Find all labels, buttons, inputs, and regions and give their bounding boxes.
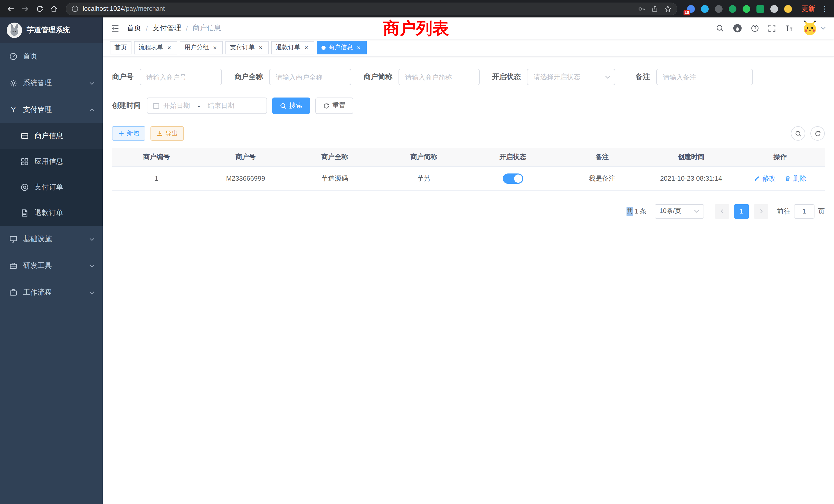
github-icon[interactable] bbox=[733, 24, 742, 33]
url-text[interactable]: localhost:1024/pay/merchant bbox=[83, 5, 165, 12]
chevron-up-icon bbox=[89, 108, 94, 112]
table-row: 1 M233666999 芋道源码 芋艿 我是备注 2021-10-23 08:… bbox=[112, 166, 825, 190]
extension-icon[interactable]: 10 bbox=[686, 4, 695, 13]
share-icon[interactable] bbox=[651, 5, 658, 12]
annotation-title: 商户列表 bbox=[383, 19, 449, 38]
close-icon[interactable]: × bbox=[166, 44, 173, 51]
sidebar-subitem-app-info[interactable]: 应用信息 bbox=[0, 149, 103, 175]
browser-home-button[interactable] bbox=[47, 2, 61, 16]
briefcase-icon bbox=[9, 289, 18, 297]
edit-button[interactable]: 修改 bbox=[754, 174, 776, 183]
sidebar-subitem-pay-order[interactable]: 支付订单 bbox=[0, 175, 103, 200]
close-icon[interactable]: × bbox=[303, 44, 310, 51]
help-icon[interactable] bbox=[751, 24, 759, 32]
tab-process-form[interactable]: 流程表单 × bbox=[134, 41, 177, 54]
gear-icon bbox=[9, 79, 18, 87]
extension-icon[interactable] bbox=[783, 4, 792, 13]
status-select[interactable]: 请选择开启状态 bbox=[527, 69, 615, 85]
extension-icon[interactable] bbox=[742, 4, 751, 13]
status-toggle[interactable] bbox=[503, 173, 523, 183]
browser-forward-button[interactable] bbox=[19, 2, 32, 16]
reset-button[interactable]: 重置 bbox=[315, 97, 353, 114]
extension-icon[interactable] bbox=[700, 4, 709, 13]
delete-button[interactable]: 删除 bbox=[785, 174, 806, 183]
search-button[interactable]: 搜索 bbox=[272, 97, 310, 114]
fullscreen-icon[interactable] bbox=[768, 24, 776, 32]
sidebar-item-home[interactable]: 首页 bbox=[0, 43, 103, 70]
range-separator: - bbox=[198, 102, 200, 110]
sidebar-item-workflow[interactable]: 工作流程 bbox=[0, 279, 103, 306]
sidebar-item-infrastructure[interactable]: 基础设施 bbox=[0, 226, 103, 253]
search-icon[interactable] bbox=[716, 24, 724, 32]
sidebar-item-system[interactable]: 系统管理 bbox=[0, 70, 103, 96]
url-bar[interactable]: localhost:1024/pay/merchant bbox=[66, 2, 677, 15]
back-arrow-icon bbox=[7, 5, 15, 13]
sidebar-toggle-icon[interactable] bbox=[111, 24, 120, 32]
download-icon bbox=[157, 130, 163, 137]
breadcrumb-separator: / bbox=[146, 24, 148, 32]
cell-merchant-id: 1 bbox=[112, 166, 201, 190]
filter-row-2: 创建时间 开始日期 - 结束日期 搜索 重置 bbox=[112, 97, 825, 114]
prev-page-button[interactable] bbox=[715, 204, 729, 219]
caret-down-icon bbox=[821, 27, 826, 30]
extension-icon[interactable] bbox=[755, 4, 765, 13]
extension-icon[interactable] bbox=[714, 4, 723, 13]
extension-icon[interactable] bbox=[769, 4, 778, 13]
chevron-right-icon bbox=[758, 208, 764, 214]
document-icon bbox=[21, 209, 29, 217]
breadcrumb-payment[interactable]: 支付管理 bbox=[153, 24, 181, 33]
table-column-header: 商户简称 bbox=[379, 148, 468, 166]
extension-icon[interactable] bbox=[728, 4, 737, 13]
tab-refund-order[interactable]: 退款订单 × bbox=[271, 41, 314, 54]
user-avatar[interactable] bbox=[802, 21, 826, 36]
bookmark-star-icon[interactable] bbox=[664, 5, 672, 13]
active-tab-dot bbox=[322, 45, 326, 49]
sidebar-item-devtools[interactable]: 研发工具 bbox=[0, 253, 103, 279]
add-button[interactable]: 新增 bbox=[112, 126, 145, 141]
filter-row-1: 商户号 商户全称 商户简称 开启状态 请选择开启状态 bbox=[112, 69, 825, 85]
browser-menu-icon[interactable]: ⋮ bbox=[821, 5, 829, 13]
page-number-button[interactable]: 1 bbox=[734, 204, 749, 219]
extensions-area: 10 bbox=[686, 4, 792, 13]
date-range-picker[interactable]: 开始日期 - 结束日期 bbox=[147, 97, 267, 114]
sidebar-subitem-label: 应用信息 bbox=[35, 157, 63, 166]
tab-label: 流程表单 bbox=[139, 43, 163, 52]
merchant-no-input[interactable] bbox=[140, 69, 222, 85]
close-icon[interactable]: × bbox=[257, 44, 264, 51]
app-logo[interactable]: 芋道管理系统 bbox=[0, 18, 103, 43]
remark-input[interactable] bbox=[656, 69, 753, 85]
browser-back-button[interactable] bbox=[4, 2, 18, 16]
tab-label: 首页 bbox=[114, 43, 127, 52]
tab-home[interactable]: 首页 bbox=[110, 41, 131, 54]
tab-merchant-info[interactable]: 商户信息 × bbox=[317, 41, 367, 54]
browser-update-button[interactable]: 更新 bbox=[802, 4, 815, 13]
page-size-value: 10条/页 bbox=[659, 207, 681, 215]
font-size-icon[interactable] bbox=[785, 24, 793, 32]
end-date-placeholder: 结束日期 bbox=[208, 101, 235, 110]
site-info-icon[interactable] bbox=[71, 5, 79, 12]
merchant-fullname-input[interactable] bbox=[269, 69, 351, 85]
rabbit-avatar bbox=[7, 23, 22, 38]
page-size-select[interactable]: 10条/页 bbox=[655, 204, 704, 219]
next-page-button[interactable] bbox=[754, 204, 768, 219]
sidebar-subitem-merchant-info[interactable]: 商户信息 bbox=[0, 123, 103, 149]
sidebar-subitem-refund-order[interactable]: 退款订单 bbox=[0, 200, 103, 226]
refresh-table-button[interactable] bbox=[810, 126, 825, 141]
breadcrumb-home[interactable]: 首页 bbox=[127, 24, 141, 33]
password-key-icon[interactable] bbox=[638, 5, 645, 13]
browser-reload-button[interactable] bbox=[33, 2, 46, 16]
toggle-search-button[interactable] bbox=[791, 126, 805, 141]
goto-page-input[interactable] bbox=[794, 204, 814, 219]
page-content: 商户号 商户全称 商户简称 开启状态 请选择开启状态 bbox=[103, 56, 834, 504]
tab-user-group[interactable]: 用户分组 × bbox=[180, 41, 223, 54]
close-icon[interactable]: × bbox=[212, 44, 218, 51]
forward-arrow-icon bbox=[21, 5, 29, 13]
export-button[interactable]: 导出 bbox=[151, 126, 184, 141]
tab-pay-order[interactable]: 支付订单 × bbox=[225, 41, 269, 54]
caret-down-icon bbox=[605, 75, 611, 79]
merchant-shortname-input[interactable] bbox=[398, 69, 480, 85]
field-label: 商户简称 bbox=[364, 72, 392, 82]
close-icon[interactable]: × bbox=[355, 44, 362, 51]
sidebar-item-payment[interactable]: ¥ 支付管理 bbox=[0, 96, 103, 123]
sidebar-item-label: 工作流程 bbox=[23, 288, 52, 297]
